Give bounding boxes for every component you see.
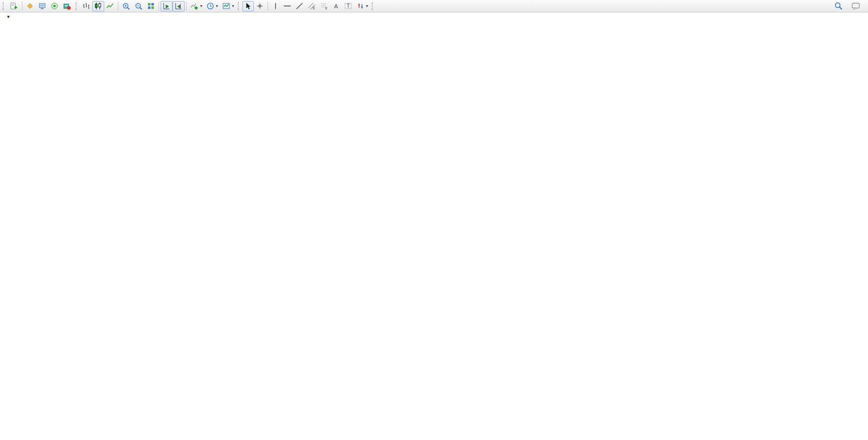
dropdown-arrow-icon: ▾ [200, 4, 202, 8]
chart-shift-icon [175, 2, 182, 10]
signal-icon [51, 2, 58, 10]
chart-canvas[interactable] [0, 13, 868, 440]
candlestick-chart-button[interactable] [92, 1, 104, 11]
trendline-icon [296, 2, 303, 10]
autotrading-button[interactable] [60, 1, 74, 11]
notifications-button[interactable] [849, 1, 863, 11]
clock-icon [206, 2, 214, 10]
trendline-button[interactable] [294, 1, 305, 11]
indicators-button[interactable]: ▾ [188, 1, 204, 11]
search-icon [834, 2, 843, 10]
horizontal-line-button[interactable] [281, 1, 294, 11]
chart-window[interactable]: ▼ [0, 13, 868, 440]
signals-button[interactable] [48, 1, 60, 11]
text-a-icon: A [333, 2, 340, 10]
chat-bubble-icon [851, 2, 861, 10]
fibonacci-icon: F [320, 2, 328, 10]
chart-shift-button[interactable] [173, 1, 185, 11]
templates-button[interactable]: ▾ [220, 1, 236, 11]
tile-windows-icon [147, 2, 155, 10]
dropdown-arrow-icon: ▾ [232, 4, 234, 8]
vertical-line-button[interactable] [270, 1, 281, 11]
gold-diamond-icon [26, 2, 34, 10]
add-indicator-icon [190, 2, 199, 10]
toolbar-separator [267, 2, 268, 11]
zoom-out-button[interactable] [132, 1, 145, 11]
line-chart-icon [106, 2, 114, 10]
one-click-trading-toggle[interactable]: ▼ [6, 15, 10, 19]
channel-icon: E [308, 2, 316, 10]
toolbar-separator [186, 2, 187, 11]
crosshair-icon [256, 2, 264, 10]
autotrading-icon [63, 2, 71, 10]
auto-scroll-button[interactable] [161, 1, 173, 11]
tile-windows-button[interactable] [145, 1, 157, 11]
arrows-button[interactable]: ▾ [354, 1, 370, 11]
candlestick-chart-icon [94, 2, 102, 10]
market-watch-button[interactable] [24, 1, 36, 11]
zoom-in-button[interactable] [120, 1, 132, 11]
toolbar-grip[interactable] [238, 2, 241, 10]
cursor-button[interactable] [242, 1, 254, 11]
toolbar-grip[interactable] [76, 2, 79, 10]
horizontal-line-icon [283, 2, 291, 10]
main-toolbar: ▾ ▾ ▾ E F [0, 0, 868, 13]
text-label-icon: T [344, 2, 352, 10]
mt4-window: ▾ ▾ ▾ E F [0, 0, 868, 440]
zoom-in-icon [122, 2, 130, 10]
toolbar-grip[interactable] [3, 2, 6, 10]
toolbar-grip[interactable] [372, 2, 375, 10]
dropdown-arrow-icon: ▾ [216, 4, 218, 8]
periods-button[interactable]: ▾ [204, 1, 220, 11]
dropdown-arrow-icon: ▾ [366, 4, 368, 8]
toolbar-separator [118, 2, 118, 11]
svg-text:A: A [334, 3, 338, 9]
line-chart-button[interactable] [104, 1, 116, 11]
chart-title: ▼ [6, 15, 18, 19]
text-button[interactable]: A [331, 1, 342, 11]
new-order-button[interactable] [7, 1, 20, 11]
new-order-icon [9, 2, 17, 10]
template-icon [222, 2, 230, 10]
svg-text:F: F [325, 7, 327, 10]
svg-text:E: E [313, 6, 315, 10]
text-label-button[interactable]: T [342, 1, 354, 11]
vertical-line-icon [272, 2, 279, 10]
svg-text:T: T [347, 3, 350, 9]
monitor-icon [38, 2, 46, 10]
arrows-icon [357, 2, 364, 10]
terminal-button[interactable] [36, 1, 48, 11]
zoom-out-icon [135, 2, 143, 10]
bar-chart-button[interactable] [80, 1, 92, 11]
toolbar-separator [158, 2, 159, 11]
equidistant-channel-button[interactable]: E [305, 1, 318, 11]
bar-chart-icon [82, 2, 90, 10]
crosshair-button[interactable] [254, 1, 266, 11]
fibonacci-button[interactable]: F [318, 1, 331, 11]
toolbar-separator [22, 2, 22, 11]
search-button[interactable] [832, 1, 845, 11]
cursor-icon [244, 2, 252, 10]
toolbar-right-group [832, 1, 863, 11]
auto-scroll-icon [163, 2, 170, 10]
